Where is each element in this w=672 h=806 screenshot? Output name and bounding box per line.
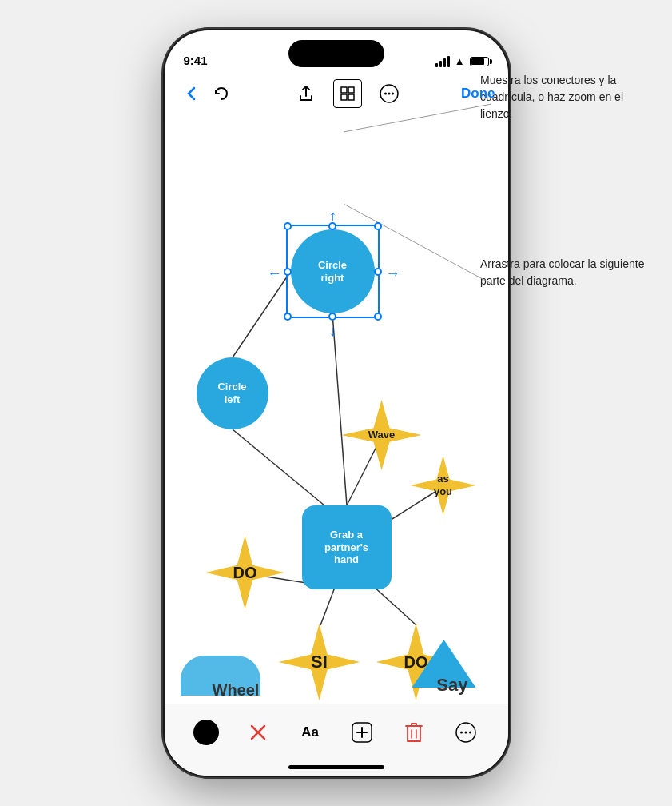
node-circle-right-label: Circleright [318, 259, 347, 284]
home-indicator [288, 765, 384, 769]
node-si-label: SI [311, 652, 328, 672]
delete-button[interactable] [396, 715, 431, 750]
share-button[interactable] [292, 79, 320, 108]
more-options-button[interactable] [448, 715, 483, 750]
node-as-you-label: asyou [434, 473, 452, 497]
handle-mr[interactable] [374, 268, 382, 276]
handle-br[interactable] [374, 313, 382, 321]
text-button[interactable]: Aa [292, 715, 328, 750]
annotation-drag-text: Arrastra para colocar la siguiente parte… [480, 256, 656, 289]
pen-button[interactable] [241, 715, 276, 750]
back-button[interactable] [177, 79, 206, 108]
svg-rect-3 [348, 94, 354, 100]
bottom-toolbar: Aa [165, 704, 508, 776]
node-grab-partner[interactable]: Grab apartner'shand [302, 505, 392, 589]
svg-line-14 [320, 585, 336, 625]
node-circle-right[interactable]: Circleright [291, 229, 375, 313]
text-btn-label: Aa [301, 724, 319, 740]
svg-line-10 [233, 429, 324, 505]
svg-rect-0 [341, 87, 347, 93]
svg-rect-1 [348, 87, 354, 93]
node-grab-partner-label: Grab apartner'shand [324, 529, 368, 566]
wifi-icon: ▲ [455, 55, 465, 67]
battery-icon [470, 57, 489, 66]
node-wave-label: Wave [368, 429, 395, 441]
node-wave[interactable]: Wave [342, 400, 422, 470]
handle-tr[interactable] [374, 222, 382, 230]
grid-button[interactable] [333, 79, 362, 108]
svg-line-15 [372, 585, 416, 625]
annotation-drag: Arrastra para colocar la siguiente parte… [480, 256, 656, 289]
shape-button[interactable] [189, 715, 224, 750]
arrow-right[interactable]: → [385, 265, 401, 281]
node-as-you[interactable]: asyou [411, 456, 476, 515]
node-circle-left[interactable]: Circleleft [197, 357, 268, 429]
svg-point-6 [388, 93, 391, 95]
node-do-right-label: DO [404, 652, 428, 672]
handle-bl[interactable] [284, 313, 292, 321]
svg-point-25 [465, 731, 467, 733]
arrow-left[interactable]: ← [267, 265, 283, 281]
toolbar: Done [165, 74, 508, 114]
node-circle-left-label: Circleleft [217, 381, 246, 405]
svg-point-26 [469, 731, 471, 733]
arrow-down[interactable]: ↓ [325, 323, 341, 339]
phone-frame: 9:41 ▲ [165, 30, 508, 776]
undo-button[interactable] [206, 79, 235, 108]
more-button[interactable] [375, 79, 404, 108]
say-text: Say [436, 675, 467, 696]
toolbar-center [235, 79, 462, 108]
handle-tl[interactable] [284, 222, 292, 230]
node-do-left-label: DO [233, 563, 257, 582]
status-time: 9:41 [184, 54, 208, 67]
svg-point-24 [460, 731, 463, 733]
svg-line-9 [233, 271, 291, 357]
arrow-up[interactable]: ↑ [325, 208, 341, 224]
node-do-left[interactable]: DO [206, 536, 284, 609]
dynamic-island [288, 40, 384, 67]
status-icons: ▲ [435, 55, 489, 67]
wheel-text: Wheel [213, 681, 260, 700]
add-button[interactable] [344, 715, 380, 750]
done-button[interactable]: Done [461, 86, 495, 102]
signal-icon [435, 56, 450, 67]
handle-bm[interactable] [328, 313, 336, 321]
canvas-area[interactable]: Circleright ↑ ↓ ← → Circleleft Wave [165, 114, 508, 704]
svg-point-7 [392, 93, 394, 95]
canvas-bottom-decor: Wheel Say [165, 632, 508, 704]
svg-point-5 [384, 93, 387, 95]
svg-rect-2 [341, 94, 347, 100]
